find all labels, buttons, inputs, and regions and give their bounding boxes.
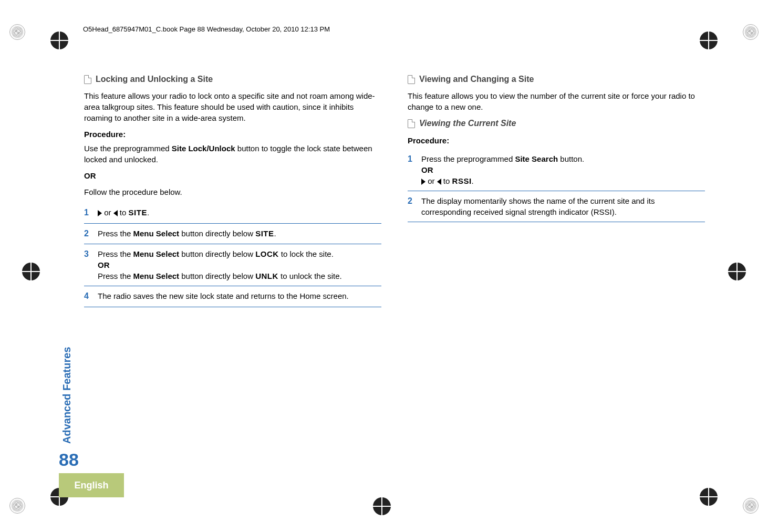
text-fragment: . [472,176,474,185]
step-body: The radio saves the new site lock state … [98,290,381,302]
text-bold: Menu Select [133,229,180,238]
text-bold: Site Search [515,154,558,163]
right-arrow-icon [98,210,102,216]
heading-text: Locking and Unlocking a Site [96,74,213,85]
step-number: 3 [84,248,91,281]
text-bold: Menu Select [133,249,180,258]
text-fragment: Use the preprogrammed [84,144,172,153]
step-body: Press the Menu Select button directly be… [98,248,381,281]
procedure-label: Procedure: [84,129,381,140]
heading-text: Viewing and Changing a Site [419,74,534,85]
step-3: 3 Press the Menu Select button directly … [84,244,381,286]
text-fragment: . [147,208,149,217]
step-2: 2 Press the Menu Select button directly … [84,224,381,244]
section-heading-locking: Locking and Unlocking a Site [84,74,381,85]
registration-mark [22,263,40,280]
menu-label: SITE [129,208,147,217]
step-1: 1 or to SITE. [84,203,381,223]
step-number: 1 [408,153,415,186]
menu-label: UNLK [255,272,278,280]
registration-mark [700,32,718,49]
text-fragment: Press the preprogrammed [421,154,515,163]
running-head: O5Head_6875947M01_C.book Page 88 Wednesd… [83,25,330,33]
text-fragment: Press the [98,249,133,258]
step-number: 2 [84,228,91,239]
text-fragment: button directly below [179,229,255,238]
right-arrow-icon [421,179,425,185]
ornament-corner [9,24,25,40]
page-content: Locking and Unlocking a Site This featur… [84,74,705,307]
menu-label: LOCK [255,249,279,258]
step-number: 2 [408,195,415,217]
step-4: 4 The radio saves the new site lock stat… [84,286,381,307]
menu-label: SITE [255,229,274,238]
step-body: Press the preprogrammed Site Search butt… [421,153,705,186]
step-body: or to SITE. [98,207,381,218]
procedure-follow: Follow the procedure below. [84,186,381,197]
step-body: The display momentarily shows the name o… [421,195,705,217]
subheading-text: Viewing the Current Site [419,118,516,129]
text-fragment: or [425,176,437,185]
intro-paragraph: This feature allows your radio to lock o… [84,90,381,123]
left-column: Locking and Unlocking a Site This featur… [84,74,381,307]
intro-paragraph: This feature allows you to view the numb… [408,90,705,112]
side-tab-chapter: Advanced Features [59,307,75,444]
registration-mark [373,497,391,515]
step-body: Press the Menu Select button directly be… [98,228,381,239]
subsection-heading-viewing-current: Viewing the Current Site [408,118,705,129]
or-label: OR [421,165,433,174]
step-number: 1 [84,207,91,218]
ornament-corner [743,24,759,40]
document-icon [84,75,91,84]
step-number: 4 [84,290,91,302]
text-fragment: to [118,208,129,217]
text-bold: Site Lock/Unlock [172,144,235,153]
page-number: 88 [59,450,79,470]
right-column: Viewing and Changing a Site This feature… [408,74,705,307]
text-fragment: Press the [98,229,133,238]
or-label: OR [84,170,381,181]
section-heading-viewing: Viewing and Changing a Site [408,74,705,85]
text-fragment: to [441,176,452,185]
document-icon [408,75,415,84]
left-arrow-icon [437,179,441,185]
ornament-corner [743,498,759,514]
procedure-alt: Use the preprogrammed Site Lock/Unlock b… [84,143,381,165]
text-fragment: Press the [98,272,133,280]
text-bold: Menu Select [133,272,180,280]
left-arrow-icon [113,210,118,216]
registration-mark [728,263,746,280]
text-fragment: button directly below [179,249,255,258]
text-fragment: . [274,229,276,238]
procedure-label: Procedure: [408,135,705,146]
text-fragment: button directly below [179,272,255,280]
ornament-corner [9,498,25,514]
text-fragment: or [102,208,113,217]
or-label: OR [98,260,110,269]
step-2: 2 The display momentarily shows the name… [408,191,705,222]
registration-mark [700,488,718,506]
text-fragment: button. [558,154,584,163]
registration-mark [50,32,68,49]
language-tab: English [59,473,124,497]
document-icon [408,119,415,128]
step-1: 1 Press the preprogrammed Site Search bu… [408,149,705,191]
text-fragment: to lock the site. [279,249,334,258]
menu-label: RSSI [452,176,472,185]
text-fragment: to unlock the site. [278,272,342,280]
